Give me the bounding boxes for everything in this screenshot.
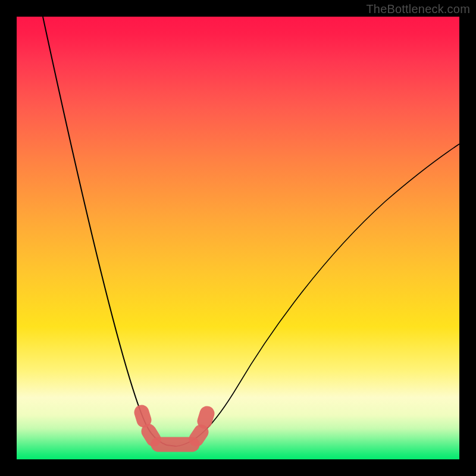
bead-segment (142, 412, 144, 420)
bead-segment (196, 432, 201, 439)
plot-area (17, 17, 459, 459)
curve-layer (17, 17, 459, 459)
watermark-text: TheBottleneck.com (366, 2, 470, 16)
bead-segment (149, 431, 154, 439)
bead-segment (205, 414, 207, 421)
bead-cluster (142, 412, 207, 444)
bottleneck-curve-left (43, 17, 176, 446)
chart-frame: TheBottleneck.com (0, 0, 476, 476)
bottleneck-curve-right (176, 144, 459, 446)
